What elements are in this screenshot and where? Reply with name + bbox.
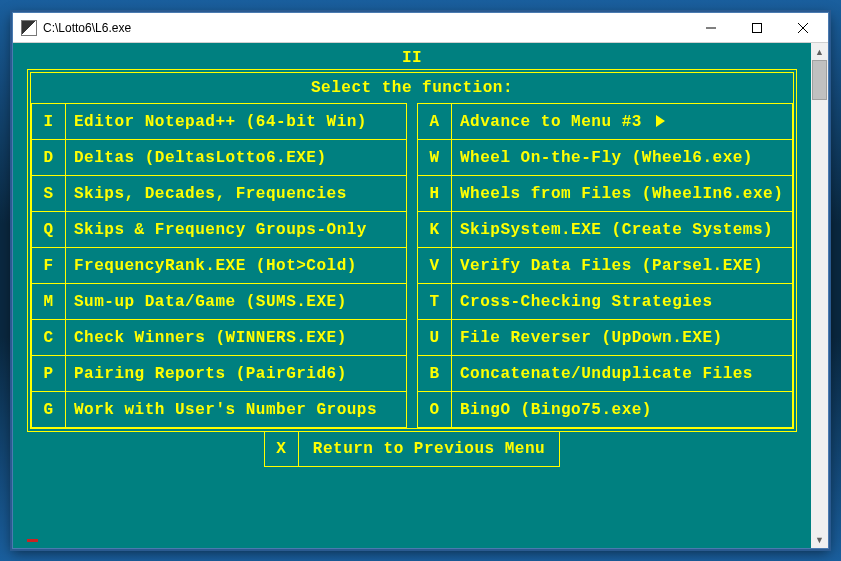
menu-label: SkipSystem.EXE (Create Systems) <box>452 212 793 248</box>
menu-label: Deltas (DeltasLotto6.EXE) <box>66 140 407 176</box>
menu-item-f[interactable]: FFrequencyRank.EXE (Hot>Cold) <box>32 248 407 284</box>
menu-key: D <box>32 140 66 176</box>
page-number: II <box>27 49 797 67</box>
close-button[interactable] <box>780 14 826 42</box>
menu-label: BingO (Bingo75.exe) <box>452 392 793 428</box>
menu-label: Return to Previous Menu <box>298 432 559 467</box>
menu-key: P <box>32 356 66 392</box>
menu-key: G <box>32 392 66 428</box>
menu-key: A <box>418 104 452 140</box>
menu-label: Work with User's Number Groups <box>66 392 407 428</box>
left-column: IEditor Notepad++ (64-bit Win)DDeltas (D… <box>31 103 407 428</box>
menu-key: B <box>418 356 452 392</box>
vertical-scrollbar[interactable]: ▲ ▼ <box>811 43 828 548</box>
menu-item-a[interactable]: AAdvance to Menu #3 <box>418 104 793 140</box>
menu-header: Select the function: <box>31 73 793 103</box>
menu-label: Cross-Checking Strategies <box>452 284 793 320</box>
menu-key: U <box>418 320 452 356</box>
console: II Select the function: IEditor Notepad+… <box>13 43 811 548</box>
app-icon <box>21 20 37 36</box>
menu-label: Verify Data Files (Parsel.EXE) <box>452 248 793 284</box>
menu-key: S <box>32 176 66 212</box>
menu-item-d[interactable]: DDeltas (DeltasLotto6.EXE) <box>32 140 407 176</box>
scroll-thumb[interactable] <box>812 60 827 100</box>
menu-item-i[interactable]: IEditor Notepad++ (64-bit Win) <box>32 104 407 140</box>
menu-item-o[interactable]: OBingO (Bingo75.exe) <box>418 392 793 428</box>
menu-key: I <box>32 104 66 140</box>
text-cursor <box>27 539 38 542</box>
menu-key: M <box>32 284 66 320</box>
menu-key: T <box>418 284 452 320</box>
menu-item-w[interactable]: WWheel On-the-Fly (Wheel6.exe) <box>418 140 793 176</box>
menu-item-k[interactable]: KSkipSystem.EXE (Create Systems) <box>418 212 793 248</box>
menu-item-v[interactable]: VVerify Data Files (Parsel.EXE) <box>418 248 793 284</box>
menu-key: X <box>264 432 298 467</box>
menu-label: Sum-up Data/Game (SUMS.EXE) <box>66 284 407 320</box>
menu-label: Advance to Menu #3 <box>452 104 793 140</box>
menu-key: O <box>418 392 452 428</box>
menu-item-m[interactable]: MSum-up Data/Game (SUMS.EXE) <box>32 284 407 320</box>
menu-key: V <box>418 248 452 284</box>
menu-key: C <box>32 320 66 356</box>
window-title: C:\Lotto6\L6.exe <box>43 21 688 35</box>
minimize-button[interactable] <box>688 14 734 42</box>
scroll-up-button[interactable]: ▲ <box>811 43 828 60</box>
menu-item-h[interactable]: HWheels from Files (WheelIn6.exe) <box>418 176 793 212</box>
menu-key: K <box>418 212 452 248</box>
menu-label: FrequencyRank.EXE (Hot>Cold) <box>66 248 407 284</box>
menu-label: Editor Notepad++ (64-bit Win) <box>66 104 407 140</box>
menu-item-c[interactable]: CCheck Winners (WINNERS.EXE) <box>32 320 407 356</box>
menu-item-p[interactable]: PPairing Reports (PairGrid6) <box>32 356 407 392</box>
menu-label: Skips, Decades, Frequencies <box>66 176 407 212</box>
right-column: AAdvance to Menu #3 WWheel On-the-Fly (W… <box>417 103 793 428</box>
svg-rect-1 <box>753 23 762 32</box>
menu-frame: Select the function: IEditor Notepad++ (… <box>27 69 797 432</box>
window-controls <box>688 14 826 42</box>
menu-label: File Reverser (UpDown.EXE) <box>452 320 793 356</box>
menu-label: Check Winners (WINNERS.EXE) <box>66 320 407 356</box>
arrow-right-icon <box>656 115 665 127</box>
footer-menu: X Return to Previous Menu <box>264 432 560 467</box>
maximize-button[interactable] <box>734 14 780 42</box>
menu-item-s[interactable]: SSkips, Decades, Frequencies <box>32 176 407 212</box>
app-window: C:\Lotto6\L6.exe II Select the function: <box>12 12 829 549</box>
menu-item-g[interactable]: GWork with User's Number Groups <box>32 392 407 428</box>
menu-item-q[interactable]: QSkips & Frequency Groups-Only <box>32 212 407 248</box>
menu-key: Q <box>32 212 66 248</box>
content-area: II Select the function: IEditor Notepad+… <box>13 43 828 548</box>
menu-label: Concatenate/Unduplicate Files <box>452 356 793 392</box>
menu-key: H <box>418 176 452 212</box>
menu-key: F <box>32 248 66 284</box>
menu-label: Skips & Frequency Groups-Only <box>66 212 407 248</box>
menu-key: W <box>418 140 452 176</box>
menu-item-return[interactable]: X Return to Previous Menu <box>264 432 559 467</box>
menu-label: Pairing Reports (PairGrid6) <box>66 356 407 392</box>
menu-label: Wheels from Files (WheelIn6.exe) <box>452 176 793 212</box>
menu-item-b[interactable]: BConcatenate/Unduplicate Files <box>418 356 793 392</box>
menu-item-t[interactable]: TCross-Checking Strategies <box>418 284 793 320</box>
menu-label: Wheel On-the-Fly (Wheel6.exe) <box>452 140 793 176</box>
titlebar[interactable]: C:\Lotto6\L6.exe <box>13 13 828 43</box>
scroll-down-button[interactable]: ▼ <box>811 531 828 548</box>
menu-item-u[interactable]: UFile Reverser (UpDown.EXE) <box>418 320 793 356</box>
